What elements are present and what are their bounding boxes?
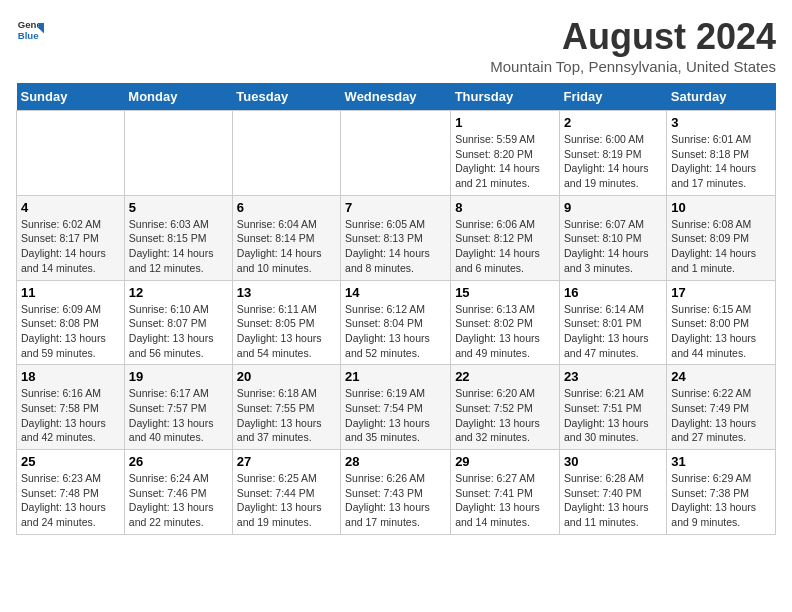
calendar-cell: 27Sunrise: 6:25 AM Sunset: 7:44 PM Dayli… [232, 450, 340, 535]
calendar-week-1: 1Sunrise: 5:59 AM Sunset: 8:20 PM Daylig… [17, 111, 776, 196]
calendar-cell: 12Sunrise: 6:10 AM Sunset: 8:07 PM Dayli… [124, 280, 232, 365]
day-detail: Sunrise: 6:09 AM Sunset: 8:08 PM Dayligh… [21, 302, 120, 361]
calendar-cell: 19Sunrise: 6:17 AM Sunset: 7:57 PM Dayli… [124, 365, 232, 450]
day-number: 15 [455, 285, 555, 300]
day-number: 3 [671, 115, 771, 130]
day-number: 10 [671, 200, 771, 215]
calendar-cell: 1Sunrise: 5:59 AM Sunset: 8:20 PM Daylig… [451, 111, 560, 196]
day-detail: Sunrise: 6:27 AM Sunset: 7:41 PM Dayligh… [455, 471, 555, 530]
calendar-cell: 7Sunrise: 6:05 AM Sunset: 8:13 PM Daylig… [341, 195, 451, 280]
calendar-cell: 14Sunrise: 6:12 AM Sunset: 8:04 PM Dayli… [341, 280, 451, 365]
day-number: 9 [564, 200, 662, 215]
day-detail: Sunrise: 6:04 AM Sunset: 8:14 PM Dayligh… [237, 217, 336, 276]
calendar-cell: 29Sunrise: 6:27 AM Sunset: 7:41 PM Dayli… [451, 450, 560, 535]
day-number: 21 [345, 369, 446, 384]
calendar-cell: 20Sunrise: 6:18 AM Sunset: 7:55 PM Dayli… [232, 365, 340, 450]
calendar-cell: 24Sunrise: 6:22 AM Sunset: 7:49 PM Dayli… [667, 365, 776, 450]
day-number: 29 [455, 454, 555, 469]
day-detail: Sunrise: 6:08 AM Sunset: 8:09 PM Dayligh… [671, 217, 771, 276]
calendar-cell: 16Sunrise: 6:14 AM Sunset: 8:01 PM Dayli… [559, 280, 666, 365]
calendar-cell: 11Sunrise: 6:09 AM Sunset: 8:08 PM Dayli… [17, 280, 125, 365]
weekday-header-friday: Friday [559, 83, 666, 111]
day-number: 13 [237, 285, 336, 300]
calendar-week-5: 25Sunrise: 6:23 AM Sunset: 7:48 PM Dayli… [17, 450, 776, 535]
calendar-cell: 18Sunrise: 6:16 AM Sunset: 7:58 PM Dayli… [17, 365, 125, 450]
calendar-cell: 26Sunrise: 6:24 AM Sunset: 7:46 PM Dayli… [124, 450, 232, 535]
calendar-cell [232, 111, 340, 196]
day-number: 17 [671, 285, 771, 300]
calendar-cell: 25Sunrise: 6:23 AM Sunset: 7:48 PM Dayli… [17, 450, 125, 535]
day-number: 22 [455, 369, 555, 384]
day-number: 7 [345, 200, 446, 215]
calendar-cell [17, 111, 125, 196]
calendar-cell: 21Sunrise: 6:19 AM Sunset: 7:54 PM Dayli… [341, 365, 451, 450]
day-detail: Sunrise: 6:14 AM Sunset: 8:01 PM Dayligh… [564, 302, 662, 361]
day-detail: Sunrise: 6:06 AM Sunset: 8:12 PM Dayligh… [455, 217, 555, 276]
svg-text:Blue: Blue [18, 30, 39, 41]
day-number: 23 [564, 369, 662, 384]
weekday-header-thursday: Thursday [451, 83, 560, 111]
logo: General Blue [16, 16, 44, 44]
calendar-cell: 15Sunrise: 6:13 AM Sunset: 8:02 PM Dayli… [451, 280, 560, 365]
weekday-header-sunday: Sunday [17, 83, 125, 111]
day-detail: Sunrise: 6:23 AM Sunset: 7:48 PM Dayligh… [21, 471, 120, 530]
calendar-week-2: 4Sunrise: 6:02 AM Sunset: 8:17 PM Daylig… [17, 195, 776, 280]
day-number: 27 [237, 454, 336, 469]
calendar-cell: 4Sunrise: 6:02 AM Sunset: 8:17 PM Daylig… [17, 195, 125, 280]
day-detail: Sunrise: 6:12 AM Sunset: 8:04 PM Dayligh… [345, 302, 446, 361]
day-number: 26 [129, 454, 228, 469]
day-detail: Sunrise: 6:05 AM Sunset: 8:13 PM Dayligh… [345, 217, 446, 276]
day-detail: Sunrise: 6:15 AM Sunset: 8:00 PM Dayligh… [671, 302, 771, 361]
title-area: August 2024 Mountain Top, Pennsylvania, … [490, 16, 776, 75]
day-detail: Sunrise: 6:22 AM Sunset: 7:49 PM Dayligh… [671, 386, 771, 445]
day-detail: Sunrise: 5:59 AM Sunset: 8:20 PM Dayligh… [455, 132, 555, 191]
calendar-week-4: 18Sunrise: 6:16 AM Sunset: 7:58 PM Dayli… [17, 365, 776, 450]
day-number: 24 [671, 369, 771, 384]
day-detail: Sunrise: 6:19 AM Sunset: 7:54 PM Dayligh… [345, 386, 446, 445]
calendar-cell: 30Sunrise: 6:28 AM Sunset: 7:40 PM Dayli… [559, 450, 666, 535]
day-number: 12 [129, 285, 228, 300]
day-detail: Sunrise: 6:21 AM Sunset: 7:51 PM Dayligh… [564, 386, 662, 445]
calendar-cell: 2Sunrise: 6:00 AM Sunset: 8:19 PM Daylig… [559, 111, 666, 196]
day-number: 19 [129, 369, 228, 384]
day-detail: Sunrise: 6:26 AM Sunset: 7:43 PM Dayligh… [345, 471, 446, 530]
calendar-body: 1Sunrise: 5:59 AM Sunset: 8:20 PM Daylig… [17, 111, 776, 535]
calendar-cell [124, 111, 232, 196]
calendar-cell: 9Sunrise: 6:07 AM Sunset: 8:10 PM Daylig… [559, 195, 666, 280]
calendar-cell: 3Sunrise: 6:01 AM Sunset: 8:18 PM Daylig… [667, 111, 776, 196]
day-detail: Sunrise: 6:28 AM Sunset: 7:40 PM Dayligh… [564, 471, 662, 530]
day-detail: Sunrise: 6:17 AM Sunset: 7:57 PM Dayligh… [129, 386, 228, 445]
logo-icon: General Blue [16, 16, 44, 44]
calendar-table: SundayMondayTuesdayWednesdayThursdayFrid… [16, 83, 776, 535]
day-detail: Sunrise: 6:03 AM Sunset: 8:15 PM Dayligh… [129, 217, 228, 276]
day-detail: Sunrise: 6:16 AM Sunset: 7:58 PM Dayligh… [21, 386, 120, 445]
day-detail: Sunrise: 6:11 AM Sunset: 8:05 PM Dayligh… [237, 302, 336, 361]
day-number: 4 [21, 200, 120, 215]
calendar-title: August 2024 [490, 16, 776, 58]
day-number: 6 [237, 200, 336, 215]
calendar-subtitle: Mountain Top, Pennsylvania, United State… [490, 58, 776, 75]
day-number: 31 [671, 454, 771, 469]
calendar-cell [341, 111, 451, 196]
weekday-header-wednesday: Wednesday [341, 83, 451, 111]
page-header: General Blue August 2024 Mountain Top, P… [16, 16, 776, 75]
day-detail: Sunrise: 6:18 AM Sunset: 7:55 PM Dayligh… [237, 386, 336, 445]
calendar-cell: 8Sunrise: 6:06 AM Sunset: 8:12 PM Daylig… [451, 195, 560, 280]
day-detail: Sunrise: 6:00 AM Sunset: 8:19 PM Dayligh… [564, 132, 662, 191]
day-number: 16 [564, 285, 662, 300]
weekday-header-row: SundayMondayTuesdayWednesdayThursdayFrid… [17, 83, 776, 111]
day-detail: Sunrise: 6:20 AM Sunset: 7:52 PM Dayligh… [455, 386, 555, 445]
day-number: 11 [21, 285, 120, 300]
day-detail: Sunrise: 6:01 AM Sunset: 8:18 PM Dayligh… [671, 132, 771, 191]
weekday-header-monday: Monday [124, 83, 232, 111]
calendar-cell: 23Sunrise: 6:21 AM Sunset: 7:51 PM Dayli… [559, 365, 666, 450]
day-number: 5 [129, 200, 228, 215]
day-number: 25 [21, 454, 120, 469]
calendar-cell: 10Sunrise: 6:08 AM Sunset: 8:09 PM Dayli… [667, 195, 776, 280]
day-detail: Sunrise: 6:25 AM Sunset: 7:44 PM Dayligh… [237, 471, 336, 530]
day-number: 1 [455, 115, 555, 130]
day-number: 18 [21, 369, 120, 384]
calendar-cell: 28Sunrise: 6:26 AM Sunset: 7:43 PM Dayli… [341, 450, 451, 535]
day-detail: Sunrise: 6:02 AM Sunset: 8:17 PM Dayligh… [21, 217, 120, 276]
svg-marker-2 [39, 23, 44, 34]
